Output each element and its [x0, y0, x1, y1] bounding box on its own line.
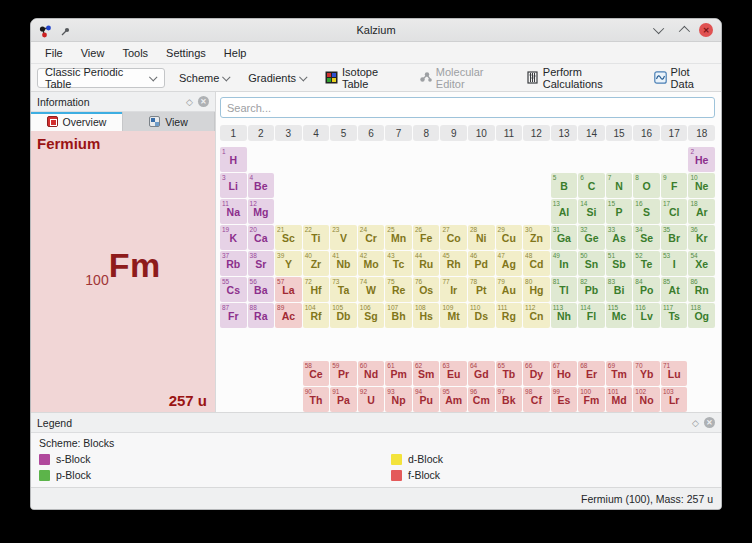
element-cell-Be[interactable]: 4Be	[248, 173, 275, 198]
element-cell-Ag[interactable]: 47Ag	[496, 251, 523, 276]
element-cell-Mt[interactable]: 109Mt	[440, 303, 467, 328]
float-panel-icon[interactable]: ◇	[692, 418, 699, 428]
element-cell-Og[interactable]: 118Og	[688, 303, 715, 328]
element-cell-Lr[interactable]: 103Lr	[661, 387, 688, 412]
element-cell-Hf[interactable]: 72Hf	[303, 277, 330, 302]
menu-item-help[interactable]: Help	[216, 45, 255, 61]
element-cell-Ru[interactable]: 44Ru	[413, 251, 440, 276]
element-cell-Se[interactable]: 34Se	[633, 225, 660, 250]
element-cell-I[interactable]: 53I	[661, 251, 688, 276]
element-cell-He[interactable]: 2He	[688, 147, 715, 172]
element-cell-Co[interactable]: 27Co	[440, 225, 467, 250]
element-cell-O[interactable]: 8O	[633, 173, 660, 198]
element-cell-F[interactable]: 9F	[661, 173, 688, 198]
element-cell-Ne[interactable]: 10Ne	[688, 173, 715, 198]
element-cell-Po[interactable]: 84Po	[633, 277, 660, 302]
element-cell-Ca[interactable]: 20Ca	[248, 225, 275, 250]
element-cell-Ds[interactable]: 110Ds	[468, 303, 495, 328]
element-cell-Hs[interactable]: 108Hs	[413, 303, 440, 328]
element-cell-Au[interactable]: 79Au	[496, 277, 523, 302]
element-cell-Sr[interactable]: 38Sr	[248, 251, 275, 276]
element-cell-Fm[interactable]: 100Fm	[578, 387, 605, 412]
menu-item-view[interactable]: View	[73, 45, 113, 61]
menu-item-file[interactable]: File	[37, 45, 71, 61]
pin-icon[interactable]	[59, 24, 72, 37]
element-cell-Cm[interactable]: 96Cm	[468, 387, 495, 412]
element-cell-Bi[interactable]: 83Bi	[606, 277, 633, 302]
element-cell-Fl[interactable]: 114Fl	[578, 303, 605, 328]
element-cell-In[interactable]: 49In	[551, 251, 578, 276]
close-panel-icon[interactable]: ✕	[704, 417, 715, 428]
element-cell-Mo[interactable]: 42Mo	[358, 251, 385, 276]
element-cell-Ni[interactable]: 28Ni	[468, 225, 495, 250]
element-cell-Np[interactable]: 93Np	[385, 387, 412, 412]
element-cell-Ir[interactable]: 77Ir	[440, 277, 467, 302]
element-cell-Ts[interactable]: 117Ts	[661, 303, 688, 328]
element-cell-Al[interactable]: 13Al	[551, 199, 578, 224]
tab-view[interactable]: View	[123, 112, 215, 131]
element-cell-Na[interactable]: 11Na	[220, 199, 247, 224]
element-cell-Fe[interactable]: 26Fe	[413, 225, 440, 250]
element-cell-Pr[interactable]: 59Pr	[330, 361, 357, 386]
element-cell-Ra[interactable]: 88Ra	[248, 303, 275, 328]
plot-data-button[interactable]: Plot Data	[650, 64, 715, 92]
element-cell-N[interactable]: 7N	[606, 173, 633, 198]
minimize-button[interactable]	[653, 23, 667, 37]
element-cell-Re[interactable]: 75Re	[385, 277, 412, 302]
tab-overview[interactable]: Overview	[31, 112, 123, 131]
element-cell-Xe[interactable]: 54Xe	[688, 251, 715, 276]
perform-calculations-button[interactable]: Perform Calculations	[522, 64, 640, 92]
element-cell-Pa[interactable]: 91Pa	[330, 387, 357, 412]
element-cell-Ti[interactable]: 22Ti	[303, 225, 330, 250]
element-cell-V[interactable]: 23V	[330, 225, 357, 250]
element-cell-Ba[interactable]: 56Ba	[248, 277, 275, 302]
element-cell-Pt[interactable]: 78Pt	[468, 277, 495, 302]
element-cell-Sm[interactable]: 62Sm	[413, 361, 440, 386]
element-cell-Tc[interactable]: 43Tc	[385, 251, 412, 276]
title-bar[interactable]: Kalzium ✕	[31, 19, 721, 42]
element-cell-Th[interactable]: 90Th	[303, 387, 330, 412]
element-cell-Cd[interactable]: 48Cd	[523, 251, 550, 276]
element-cell-Bh[interactable]: 107Bh	[385, 303, 412, 328]
element-cell-Gd[interactable]: 64Gd	[468, 361, 495, 386]
element-cell-U[interactable]: 92U	[358, 387, 385, 412]
element-cell-Yb[interactable]: 70Yb	[633, 361, 660, 386]
element-cell-Pu[interactable]: 94Pu	[413, 387, 440, 412]
close-panel-icon[interactable]: ✕	[198, 96, 209, 107]
element-cell-Ga[interactable]: 31Ga	[551, 225, 578, 250]
element-cell-Cf[interactable]: 98Cf	[523, 387, 550, 412]
element-cell-W[interactable]: 74W	[358, 277, 385, 302]
element-cell-Nd[interactable]: 60Nd	[358, 361, 385, 386]
element-cell-C[interactable]: 6C	[578, 173, 605, 198]
element-cell-Md[interactable]: 101Md	[606, 387, 633, 412]
element-cell-Ta[interactable]: 73Ta	[330, 277, 357, 302]
element-cell-K[interactable]: 19K	[220, 225, 247, 250]
element-cell-Zn[interactable]: 30Zn	[523, 225, 550, 250]
element-cell-Rn[interactable]: 86Rn	[688, 277, 715, 302]
element-cell-Kr[interactable]: 36Kr	[688, 225, 715, 250]
element-cell-Cu[interactable]: 29Cu	[496, 225, 523, 250]
element-cell-Ho[interactable]: 67Ho	[551, 361, 578, 386]
element-cell-Dy[interactable]: 66Dy	[523, 361, 550, 386]
table-type-select[interactable]: Classic Periodic Table	[37, 68, 165, 88]
element-cell-Br[interactable]: 35Br	[661, 225, 688, 250]
element-cell-At[interactable]: 85At	[661, 277, 688, 302]
element-cell-Eu[interactable]: 63Eu	[440, 361, 467, 386]
element-cell-Mg[interactable]: 12Mg	[248, 199, 275, 224]
element-cell-La[interactable]: 57La	[275, 277, 302, 302]
menu-item-settings[interactable]: Settings	[158, 45, 214, 61]
isotope-table-button[interactable]: Isotope Table	[321, 64, 405, 92]
close-button[interactable]: ✕	[699, 23, 713, 37]
element-cell-Rf[interactable]: 104Rf	[303, 303, 330, 328]
element-cell-Rg[interactable]: 111Rg	[496, 303, 523, 328]
element-cell-H[interactable]: 1H	[220, 147, 247, 172]
element-cell-P[interactable]: 15P	[606, 199, 633, 224]
element-cell-Pb[interactable]: 82Pb	[578, 277, 605, 302]
element-cell-As[interactable]: 33As	[606, 225, 633, 250]
float-panel-icon[interactable]: ◇	[186, 97, 193, 107]
search-input[interactable]	[220, 97, 715, 118]
element-cell-Ac[interactable]: 89Ac	[275, 303, 302, 328]
gradients-dropdown[interactable]: Gradients	[244, 70, 311, 86]
element-cell-Fr[interactable]: 87Fr	[220, 303, 247, 328]
element-cell-Sb[interactable]: 51Sb	[606, 251, 633, 276]
